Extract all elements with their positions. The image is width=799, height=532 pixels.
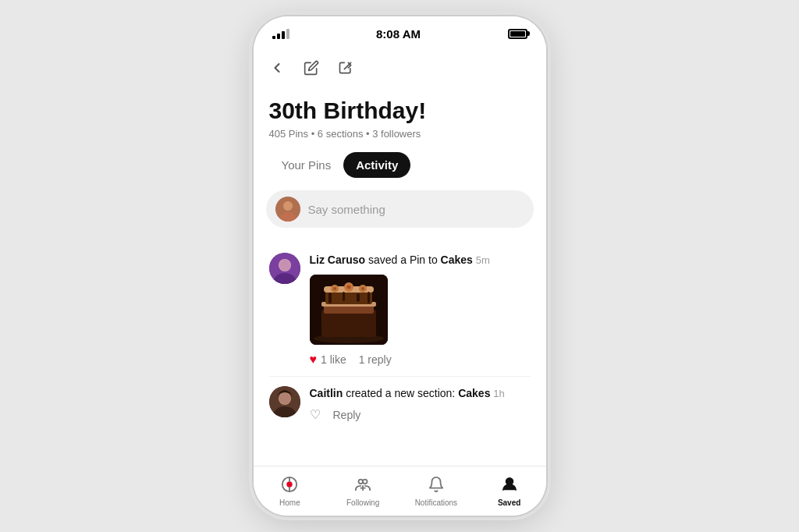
caitlin-username: Caitlin [310, 387, 343, 399]
svg-rect-22 [343, 292, 345, 301]
caitlin-time: 1h [493, 388, 504, 399]
liz-target: Cakes [441, 254, 473, 266]
bottom-navigation: Home Following N [254, 466, 546, 516]
svg-point-30 [287, 481, 293, 487]
liz-activity-text: Liz Caruso saved a Pin to Cakes 5m [310, 253, 531, 268]
content-area: 30th Birthday! 405 Pins • 6 sections • 3… [254, 85, 546, 466]
user-avatar [275, 197, 300, 222]
svg-point-34 [363, 479, 368, 484]
tab-activity[interactable]: Activity [343, 152, 410, 178]
caitlin-avatar [269, 386, 300, 417]
svg-rect-23 [357, 293, 360, 302]
caitlin-like-button[interactable]: ♡ [310, 407, 321, 422]
reply-count[interactable]: 1 reply [359, 353, 392, 366]
signal-icon [272, 29, 289, 39]
svg-point-20 [361, 287, 364, 290]
home-icon [281, 476, 298, 496]
nav-home-label: Home [279, 498, 300, 507]
saved-icon [501, 476, 518, 496]
status-bar: 8:08 AM [254, 16, 546, 51]
svg-point-2 [283, 201, 293, 211]
caitlin-activity-body: Caitlin created a new section: Cakes 1h … [310, 386, 531, 423]
svg-point-7 [279, 260, 290, 271]
liz-activity-body: Liz Caruso saved a Pin to Cakes 5m [310, 253, 531, 367]
reaction-row: ♥ 1 like 1 reply [310, 353, 531, 367]
notifications-icon [428, 476, 445, 496]
nav-home[interactable]: Home [254, 470, 327, 513]
heart-icon: ♥ [310, 353, 318, 367]
activity-item-caitlin: Caitlin created a new section: Cakes 1h … [254, 377, 546, 432]
time-display: 8:08 AM [376, 27, 421, 41]
svg-point-28 [279, 393, 290, 404]
svg-rect-10 [321, 310, 376, 337]
share-button[interactable] [335, 57, 357, 79]
nav-following-label: Following [346, 498, 379, 507]
caitlin-reply-button[interactable]: Reply [333, 409, 361, 421]
edit-button[interactable] [300, 57, 322, 79]
liz-avatar [269, 253, 300, 284]
nav-following[interactable]: Following [326, 470, 400, 513]
caitlin-reaction-row: ♡ Reply [310, 407, 531, 422]
reply-label: Reply [333, 409, 361, 421]
battery-icon [508, 29, 527, 39]
svg-point-19 [346, 285, 350, 289]
caitlin-target: Cakes [458, 387, 490, 399]
nav-notifications[interactable]: Notifications [400, 470, 473, 513]
comment-input-row[interactable]: Say something [266, 190, 534, 228]
caitlin-activity-text: Caitlin created a new section: Cakes 1h [310, 386, 531, 402]
comment-placeholder[interactable]: Say something [308, 203, 524, 216]
phone-frame: 8:08 AM [254, 16, 546, 516]
nav-saved-label: Saved [498, 498, 520, 507]
board-meta: 405 Pins • 6 sections • 3 followers [269, 128, 531, 140]
board-header: 30th Birthday! 405 Pins • 6 sections • 3… [254, 85, 546, 140]
nav-saved[interactable]: Saved [473, 470, 546, 513]
liz-username: Liz Caruso [310, 254, 366, 266]
pin-image[interactable] [310, 275, 388, 345]
tab-your-pins[interactable]: Your Pins [269, 152, 344, 178]
activity-item-liz: Liz Caruso saved a Pin to Cakes 5m [254, 243, 546, 376]
reply-count-text: 1 reply [359, 353, 392, 366]
liz-time: 5m [476, 254, 490, 266]
svg-rect-24 [368, 292, 370, 303]
tab-bar: Your Pins Activity [254, 152, 546, 178]
svg-rect-21 [328, 293, 332, 303]
back-button[interactable] [266, 57, 288, 79]
nav-notifications-label: Notifications [415, 498, 457, 507]
svg-point-18 [333, 287, 336, 290]
top-navigation [254, 51, 546, 85]
following-icon [354, 476, 371, 496]
like-count: 1 like [321, 353, 346, 366]
heart-outline-icon: ♡ [310, 407, 321, 422]
board-title: 30th Birthday! [269, 98, 531, 123]
like-button[interactable]: ♥ 1 like [310, 353, 346, 367]
